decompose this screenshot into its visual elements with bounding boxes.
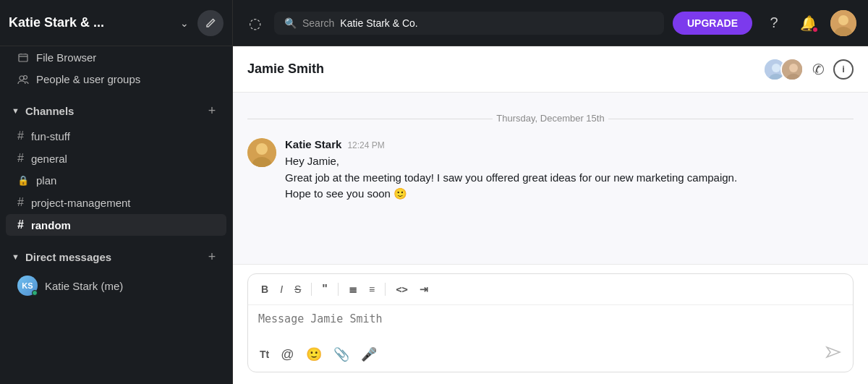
people-label: People & user groups: [36, 73, 140, 85]
main-layout: File Browser People & user groups ▼ Chan…: [0, 46, 868, 384]
chat-header-actions: ✆ i: [763, 58, 854, 81]
add-dm-button[interactable]: +: [203, 248, 221, 265]
attach-button[interactable]: 📎: [331, 344, 352, 365]
chevron-down-icon: ▼: [12, 252, 20, 261]
svg-point-10: [789, 64, 798, 72]
date-divider: Thursday, December 15th: [247, 104, 854, 132]
edit-icon: [205, 17, 216, 29]
channel-name-plan: plan: [36, 174, 56, 187]
chat-area: Jamie Smith: [233, 46, 868, 384]
channels-list: # fun-stuff # general 🔒 plan # project-m…: [0, 125, 232, 236]
workspace-chevron-button[interactable]: ⌄: [177, 14, 192, 32]
toolbar-separator-2: [338, 283, 339, 296]
message-line-2: Great job at the meeting today! I saw yo…: [285, 170, 854, 187]
strikethrough-button[interactable]: S: [290, 281, 305, 298]
search-icon: 🔍: [284, 17, 297, 29]
avatar-image: [830, 10, 856, 36]
user-avatar-button[interactable]: [830, 10, 856, 36]
search-bar[interactable]: 🔍 Search Katie Stark & Co.: [274, 12, 664, 35]
audio-button[interactable]: 🎤: [358, 344, 380, 365]
message-header: Katie Stark 12:24 PM: [285, 138, 854, 150]
sidebar-item-project-management[interactable]: # project-management: [6, 192, 226, 213]
participant-avatar-2: [780, 58, 804, 81]
channel-name-project-management: project-management: [31, 197, 131, 209]
hash-icon: #: [17, 218, 24, 231]
hash-icon: #: [17, 129, 24, 142]
direct-messages-section-label: ▼ Direct messages: [12, 251, 111, 263]
ordered-list-button[interactable]: ≣: [344, 281, 362, 298]
dm-name-katie: Katie Stark (me): [45, 280, 123, 292]
workspace-name: Katie Stark & ...: [9, 15, 177, 30]
notification-dot: [812, 26, 819, 33]
svg-point-1: [838, 15, 848, 25]
svg-point-7: [772, 64, 780, 72]
code-button[interactable]: <>: [391, 281, 412, 298]
message-input-box: B I S " ≣ ≡ <> ⇥ Tt @ �: [247, 273, 854, 372]
bold-button[interactable]: B: [257, 281, 273, 298]
sidebar-item-random[interactable]: # random: [6, 214, 226, 236]
sidebar-item-plan[interactable]: 🔒 plan: [6, 170, 226, 191]
history-button[interactable]: ◌: [244, 10, 265, 36]
message-line-1: Hey Jamie,: [285, 153, 854, 170]
attachment-tools: Tt @ 🙂 📎 🎤: [257, 344, 822, 365]
send-icon: [825, 344, 841, 360]
chevron-down-icon: ▼: [12, 106, 20, 115]
topbar-left: Katie Stark & ... ⌄: [0, 0, 233, 46]
edit-button[interactable]: [197, 10, 224, 36]
svg-rect-3: [19, 54, 27, 61]
message-line-3: Hope to see you soon 🙂: [285, 186, 854, 202]
message-text: Hey Jamie, Great job at the meeting toda…: [285, 153, 854, 202]
message-content: Katie Stark 12:24 PM Hey Jamie, Great jo…: [285, 138, 854, 202]
mention-button[interactable]: @: [278, 344, 297, 365]
sidebar-item-katie-stark[interactable]: KS Katie Stark (me): [6, 271, 226, 300]
italic-button[interactable]: I: [276, 281, 287, 298]
participant-avatars: [763, 58, 804, 81]
search-workspace-name: Katie Stark & Co.: [340, 17, 417, 29]
message-row: Katie Stark 12:24 PM Hey Jamie, Great jo…: [247, 132, 854, 208]
user-avatar: [830, 10, 856, 36]
formatting-toolbar: B I S " ≣ ≡ <> ⇥: [248, 274, 853, 305]
add-channel-button[interactable]: +: [203, 102, 221, 119]
send-button[interactable]: [822, 341, 844, 367]
sidebar-item-general[interactable]: # general: [6, 148, 226, 169]
dm-list: KS Katie Stark (me): [0, 271, 232, 300]
message-input[interactable]: [248, 305, 853, 334]
hash-icon: #: [17, 152, 24, 165]
search-label: Search: [302, 17, 334, 29]
messages-area: Thursday, December 15th Katie Stark 12:2…: [233, 93, 868, 264]
topbar-right: ◌ 🔍 Search Katie Stark & Co. UPGRADE ? 🔔: [233, 10, 868, 36]
katie-avatar: KS: [17, 276, 38, 296]
sidebar-item-fun-stuff[interactable]: # fun-stuff: [6, 125, 226, 147]
unordered-list-button[interactable]: ≡: [365, 281, 379, 298]
input-area: B I S " ≣ ≡ <> ⇥ Tt @ �: [233, 264, 868, 384]
phone-button[interactable]: ✆: [812, 61, 825, 78]
direct-messages-section-header[interactable]: ▼ Direct messages +: [6, 244, 226, 270]
message-avatar: [247, 138, 276, 167]
upgrade-button[interactable]: UPGRADE: [673, 12, 752, 35]
topbar: Katie Stark & ... ⌄ ◌ 🔍 Search Katie Sta…: [0, 0, 868, 46]
message-time: 12:24 PM: [347, 140, 384, 150]
file-browser-label: File Browser: [36, 51, 96, 64]
sidebar-item-people[interactable]: People & user groups: [6, 69, 226, 90]
svg-point-13: [256, 143, 268, 155]
people-icon: [17, 74, 29, 85]
sidebar-item-file-browser[interactable]: File Browser: [6, 47, 226, 68]
indent-button[interactable]: ⇥: [415, 281, 433, 298]
text-style-button[interactable]: Tt: [257, 346, 272, 363]
channels-section-header[interactable]: ▼ Channels +: [6, 98, 226, 124]
toolbar-separator-3: [385, 283, 386, 296]
blockquote-button[interactable]: ": [318, 280, 332, 299]
hash-icon: #: [17, 196, 24, 209]
online-status-dot: [32, 290, 38, 296]
info-button[interactable]: i: [833, 59, 854, 80]
help-button[interactable]: ?: [761, 10, 787, 36]
file-browser-icon: [17, 52, 29, 64]
notifications-button[interactable]: 🔔: [796, 10, 822, 36]
emoji-button[interactable]: 🙂: [303, 344, 325, 365]
chat-title: Jamie Smith: [247, 61, 324, 77]
channel-name-random: random: [31, 219, 71, 231]
chat-header: Jamie Smith: [233, 46, 868, 93]
lock-icon: 🔒: [17, 175, 29, 186]
message-author: Katie Stark: [285, 138, 341, 150]
sidebar: File Browser People & user groups ▼ Chan…: [0, 46, 233, 384]
